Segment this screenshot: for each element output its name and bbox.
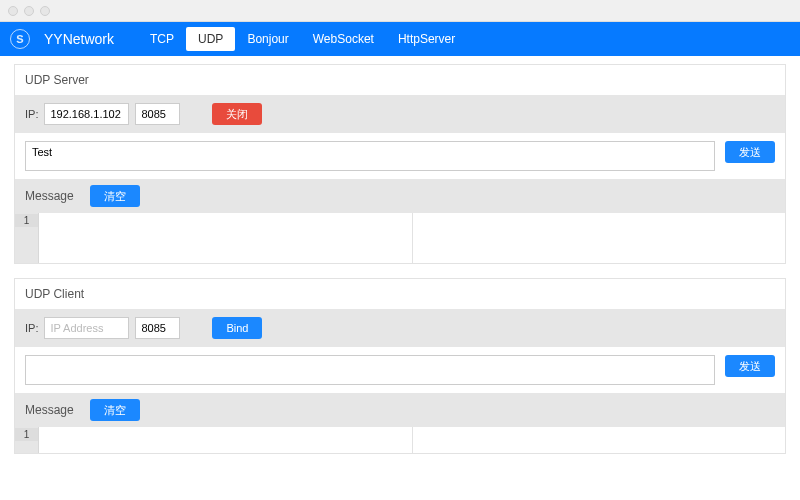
server-message-label: Message — [25, 189, 74, 203]
client-table-col2 — [413, 427, 786, 453]
tab-tcp[interactable]: TCP — [138, 27, 186, 51]
server-clear-button[interactable]: 清空 — [90, 185, 140, 207]
server-message-input[interactable] — [25, 141, 715, 171]
tab-httpserver[interactable]: HttpServer — [386, 27, 467, 51]
client-clear-button[interactable]: 清空 — [90, 399, 140, 421]
client-message-label: Message — [25, 403, 74, 417]
traffic-light-minimize[interactable] — [24, 6, 34, 16]
udp-server-title: UDP Server — [15, 65, 785, 95]
server-close-button[interactable]: 关闭 — [212, 103, 262, 125]
traffic-light-zoom[interactable] — [40, 6, 50, 16]
client-ip-label: IP: — [25, 322, 38, 334]
server-table-col2 — [413, 213, 786, 263]
nav-tabs: TCP UDP Bonjour WebSocket HttpServer — [138, 27, 467, 51]
client-table-col1 — [39, 427, 413, 453]
client-ip-input[interactable] — [44, 317, 129, 339]
client-message-table: 1 — [15, 427, 785, 453]
client-message-header: Message 清空 — [15, 393, 785, 427]
udp-server-controls: IP: 关闭 — [15, 95, 785, 133]
client-send-button[interactable]: 发送 — [725, 355, 775, 377]
server-port-input[interactable] — [135, 103, 180, 125]
udp-client-controls: IP: Bind — [15, 309, 785, 347]
server-ip-label: IP: — [25, 108, 38, 120]
client-message-input[interactable] — [25, 355, 715, 385]
server-send-button[interactable]: 发送 — [725, 141, 775, 163]
window-titlebar — [0, 0, 800, 22]
traffic-light-close[interactable] — [8, 6, 18, 16]
content-area: UDP Server IP: 关闭 发送 Message 清空 1 UDP Cl… — [0, 56, 800, 500]
udp-client-title: UDP Client — [15, 279, 785, 309]
server-table-rownum: 1 — [15, 213, 39, 263]
udp-client-panel: UDP Client IP: Bind 发送 Message 清空 1 — [14, 278, 786, 454]
tab-bonjour[interactable]: Bonjour — [235, 27, 300, 51]
client-port-input[interactable] — [135, 317, 180, 339]
tab-websocket[interactable]: WebSocket — [301, 27, 386, 51]
client-bind-button[interactable]: Bind — [212, 317, 262, 339]
server-message-header: Message 清空 — [15, 179, 785, 213]
app-header: S YYNetwork TCP UDP Bonjour WebSocket Ht… — [0, 22, 800, 56]
tab-udp[interactable]: UDP — [186, 27, 235, 51]
server-table-col1 — [39, 213, 413, 263]
server-ip-input[interactable] — [44, 103, 129, 125]
server-message-table: 1 — [15, 213, 785, 263]
udp-server-panel: UDP Server IP: 关闭 发送 Message 清空 1 — [14, 64, 786, 264]
client-send-row: 发送 — [15, 347, 785, 393]
client-table-rownum: 1 — [15, 427, 39, 453]
app-logo-icon: S — [10, 29, 30, 49]
app-title: YYNetwork — [44, 31, 114, 47]
server-send-row: 发送 — [15, 133, 785, 179]
